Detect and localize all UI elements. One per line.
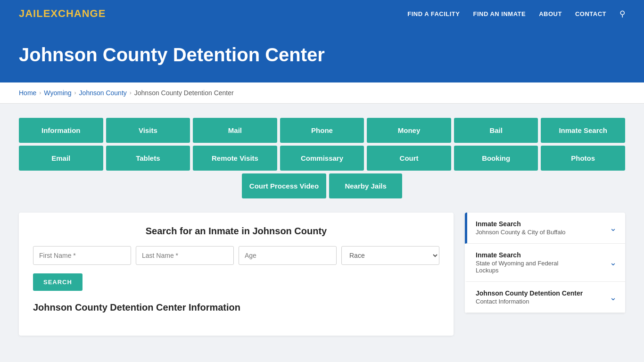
btn-commissary[interactable]: Commissary bbox=[280, 146, 364, 171]
race-select[interactable]: Race White Black Hispanic Asian Other bbox=[341, 246, 439, 265]
search-form: Race White Black Hispanic Asian Other bbox=[33, 246, 439, 265]
brand-logo[interactable]: JAILEXCHANGE bbox=[19, 8, 106, 20]
nav-find-inmate[interactable]: FIND AN INMATE bbox=[473, 10, 526, 17]
sidebar-item-wy-sub: State of Wyoming and Federal bbox=[476, 260, 558, 267]
breadcrumb-sep-3: › bbox=[130, 90, 132, 96]
chevron-down-icon: ⌄ bbox=[610, 223, 617, 233]
btn-photos[interactable]: Photos bbox=[541, 146, 625, 171]
btn-information[interactable]: Information bbox=[19, 118, 103, 143]
nav-about[interactable]: ABOUT bbox=[539, 10, 562, 17]
last-name-input[interactable] bbox=[136, 246, 234, 265]
breadcrumb: Home › Wyoming › Johnson County › Johnso… bbox=[19, 89, 625, 97]
btn-bail[interactable]: Bail bbox=[454, 118, 538, 143]
sidebar-item-contact-sub: Contact Information bbox=[476, 298, 583, 305]
button-grid-row3: Court Process Video Nearby Jails bbox=[19, 173, 625, 198]
nav-contact[interactable]: CONTACT bbox=[575, 10, 606, 17]
search-icon[interactable]: ⚲ bbox=[619, 9, 625, 19]
navbar-links: FIND A FACILITY FIND AN INMATE ABOUT CON… bbox=[407, 9, 625, 19]
btn-remote-visits[interactable]: Remote Visits bbox=[193, 146, 277, 171]
nav-find-facility[interactable]: FIND A FACILITY bbox=[407, 10, 460, 17]
btn-phone[interactable]: Phone bbox=[280, 118, 364, 143]
btn-nearby-jails[interactable]: Nearby Jails bbox=[329, 173, 402, 198]
breadcrumb-sep-2: › bbox=[74, 90, 76, 96]
btn-mail[interactable]: Mail bbox=[193, 118, 277, 143]
btn-money[interactable]: Money bbox=[367, 118, 451, 143]
breadcrumb-current: Johnson County Detention Center bbox=[134, 89, 234, 97]
hero-section: Johnson County Detention Center bbox=[0, 27, 644, 82]
sidebar-item-jc-title: Inmate Search bbox=[476, 220, 566, 228]
btn-inmate-search[interactable]: Inmate Search bbox=[541, 118, 625, 143]
sidebar-item-contact[interactable]: Johnson County Detention Center Contact … bbox=[465, 282, 625, 313]
sidebar-item-inmate-search-jc[interactable]: Inmate Search Johnson County & City of B… bbox=[465, 213, 625, 244]
breadcrumb-bar: Home › Wyoming › Johnson County › Johnso… bbox=[0, 82, 644, 104]
sidebar-item-contact-title: Johnson County Detention Center bbox=[476, 289, 583, 297]
search-button[interactable]: SEARCH bbox=[33, 273, 83, 291]
brand-exchange: EXCHANGE bbox=[43, 8, 106, 19]
chevron-down-icon-3: ⌄ bbox=[610, 292, 617, 303]
btn-court-process-video[interactable]: Court Process Video bbox=[242, 173, 326, 198]
brand-jail: JAIL bbox=[19, 8, 43, 19]
btn-visits[interactable]: Visits bbox=[106, 118, 190, 143]
btn-booking[interactable]: Booking bbox=[454, 146, 538, 171]
breadcrumb-sep-1: › bbox=[39, 90, 41, 96]
btn-email[interactable]: Email bbox=[19, 146, 103, 171]
page-title: Johnson County Detention Center bbox=[19, 44, 625, 66]
age-input[interactable] bbox=[239, 246, 337, 265]
sidebar-item-jc-sub: Johnson County & City of Buffalo bbox=[476, 229, 566, 236]
search-card: Search for an Inmate in Johnson County R… bbox=[19, 213, 454, 336]
chevron-down-icon-2: ⌄ bbox=[610, 257, 617, 268]
sidebar-item-wy-sub2: Lockups bbox=[476, 267, 558, 274]
button-grid-row2: Email Tablets Remote Visits Commissary C… bbox=[19, 146, 625, 171]
info-section-title: Johnson County Detention Center Informat… bbox=[33, 302, 439, 313]
main-content: Information Visits Mail Phone Money Bail… bbox=[0, 104, 644, 350]
btn-court[interactable]: Court bbox=[367, 146, 451, 171]
breadcrumb-johnson-county[interactable]: Johnson County bbox=[79, 89, 127, 97]
sidebar: Inmate Search Johnson County & City of B… bbox=[465, 213, 625, 313]
navbar: JAILEXCHANGE FIND A FACILITY FIND AN INM… bbox=[0, 0, 644, 27]
breadcrumb-home[interactable]: Home bbox=[19, 89, 36, 97]
btn-tablets[interactable]: Tablets bbox=[106, 146, 190, 171]
search-title: Search for an Inmate in Johnson County bbox=[33, 226, 439, 237]
first-name-input[interactable] bbox=[33, 246, 131, 265]
button-grid-row1: Information Visits Mail Phone Money Bail… bbox=[19, 118, 625, 143]
bottom-section: Search for an Inmate in Johnson County R… bbox=[19, 213, 625, 336]
breadcrumb-wyoming[interactable]: Wyoming bbox=[44, 89, 71, 97]
sidebar-item-wy-title: Inmate Search bbox=[476, 251, 558, 259]
sidebar-item-inmate-search-wy[interactable]: Inmate Search State of Wyoming and Feder… bbox=[465, 244, 625, 282]
